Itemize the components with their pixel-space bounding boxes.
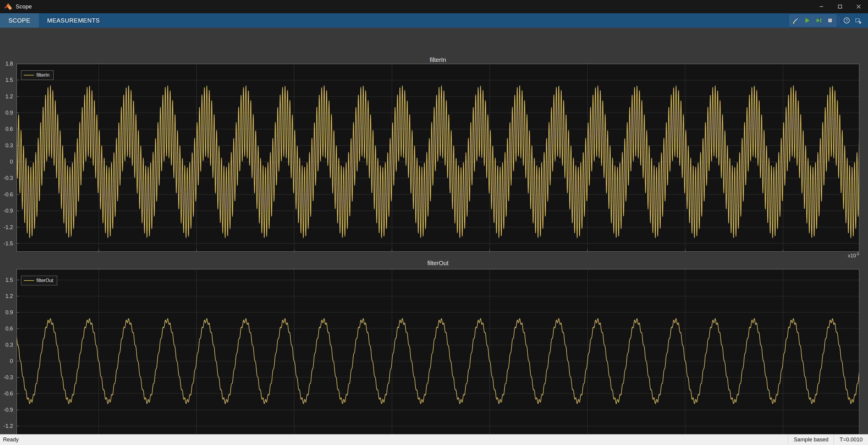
ribbon-spacer xyxy=(108,13,786,28)
y-tick-label: -0.3 xyxy=(4,175,13,181)
y-tick-label: -0.9 xyxy=(4,208,13,214)
filterin-y-axis-labels: 1.81.51.20.90.60.30-0.3-0.6-0.9-1.2-1.5 xyxy=(0,64,14,252)
y-tick-label: 1.2 xyxy=(5,293,13,300)
tab-measurements[interactable]: MEASUREMENTS xyxy=(39,13,108,28)
y-tick-label: 0.3 xyxy=(5,342,13,348)
y-tick-label: -1.5 xyxy=(4,240,13,246)
toolstrip: SCOPE MEASUREMENTS xyxy=(0,13,868,28)
y-tick-label: 0.6 xyxy=(5,326,13,332)
status-sim-time: T=0.0010 xyxy=(834,435,868,445)
minimize-button[interactable] xyxy=(812,0,831,13)
close-button[interactable] xyxy=(849,0,868,13)
filterin-axes[interactable] xyxy=(17,64,859,252)
status-bar: Ready Sample based T=0.0010 xyxy=(0,434,868,445)
filterin-legend-line-sample xyxy=(24,75,34,75)
filterout-y-axis-labels: 1.51.20.90.60.30-0.3-0.6-0.9-1.2 xyxy=(0,269,14,440)
matlab-icon xyxy=(4,2,13,11)
close-icon xyxy=(856,4,861,9)
y-tick-label: -1.2 xyxy=(4,423,13,430)
style-button[interactable] xyxy=(790,15,802,26)
y-tick-label: 0 xyxy=(10,159,13,165)
simulation-tool-group xyxy=(789,14,837,27)
y-tick-label: 0.9 xyxy=(5,110,13,116)
y-tick-label: 1.2 xyxy=(5,93,13,100)
filterout-legend-line-sample xyxy=(24,280,34,281)
y-tick-label: 0.6 xyxy=(5,126,13,132)
stop-button[interactable] xyxy=(824,15,836,26)
y-tick-label: -0.6 xyxy=(4,191,13,198)
tool-separator xyxy=(839,16,839,24)
minimize-icon xyxy=(819,4,824,9)
filterin-legend[interactable]: filterIn xyxy=(21,70,54,80)
y-tick-label: 1.8 xyxy=(5,61,13,67)
y-tick-label: -1.2 xyxy=(4,224,13,230)
filterin-x-axis-multiplier: x10-5 xyxy=(848,252,859,259)
scope-figure: filterIn 1.81.51.20.90.60.30-0.3-0.6-0.9… xyxy=(0,28,868,434)
titlebar: Scope xyxy=(0,0,868,13)
ribbon-tools: ? xyxy=(786,13,868,28)
run-button[interactable] xyxy=(802,15,813,26)
help-button[interactable]: ? xyxy=(841,15,852,26)
y-tick-label: 0 xyxy=(10,358,13,365)
maximize-button[interactable] xyxy=(831,0,849,13)
filterin-plot-title: filterIn xyxy=(17,57,859,63)
help-icon: ? xyxy=(843,17,850,24)
highlight-block-icon xyxy=(855,17,862,24)
scope-window: Scope SCOPE MEASUREMENTS xyxy=(0,0,868,445)
stop-icon xyxy=(827,17,834,24)
filterin-legend-label: filterIn xyxy=(36,72,50,78)
svg-text:?: ? xyxy=(846,19,848,23)
run-icon xyxy=(804,17,811,24)
filterout-legend-label: filterOut xyxy=(36,278,53,283)
y-tick-label: 0.9 xyxy=(5,309,13,316)
filterout-plot-title: filterOut xyxy=(17,260,859,267)
y-tick-label: -0.9 xyxy=(4,407,13,413)
y-tick-label: 1.5 xyxy=(5,77,13,83)
y-tick-label: 1.5 xyxy=(5,277,13,283)
step-forward-icon xyxy=(815,17,822,24)
y-tick-label: -0.3 xyxy=(4,374,13,381)
filterout-axes[interactable] xyxy=(17,269,859,440)
tab-scope[interactable]: SCOPE xyxy=(0,13,39,28)
status-message: Ready xyxy=(0,437,19,443)
filterout-plot-canvas[interactable] xyxy=(17,269,859,440)
maximize-icon xyxy=(837,4,843,9)
highlight-simulink-block-button[interactable] xyxy=(852,15,864,26)
window-title: Scope xyxy=(16,3,32,10)
y-tick-label: 0.3 xyxy=(5,142,13,148)
step-forward-button[interactable] xyxy=(813,15,824,26)
y-tick-label: -0.6 xyxy=(4,390,13,397)
status-sample-mode: Sample based xyxy=(788,435,834,445)
style-brush-icon xyxy=(792,17,799,24)
filterout-legend[interactable]: filterOut xyxy=(21,276,57,285)
filterin-plot-canvas[interactable] xyxy=(17,64,859,252)
